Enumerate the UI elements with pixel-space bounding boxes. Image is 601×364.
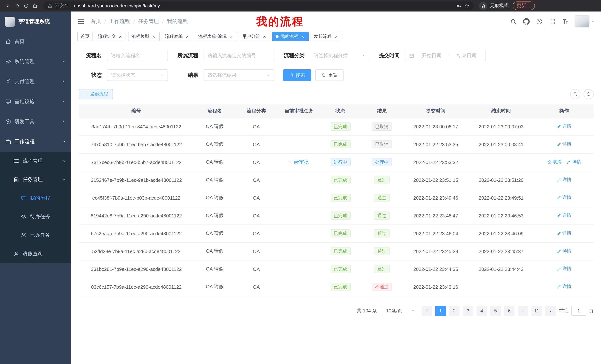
page-button[interactable]: 5 (490, 306, 501, 316)
sidebar-toggle-icon[interactable] (77, 18, 85, 25)
page-size-select[interactable]: 10条/页 (382, 306, 418, 316)
sidebar-item-payment[interactable]: 支付管理 (0, 72, 71, 92)
view-tab[interactable]: 流程模型 × (128, 32, 160, 41)
sidebar-item-system[interactable]: 系统管理 (0, 52, 71, 72)
page-button[interactable]: 2 (449, 306, 460, 316)
submit-time-range[interactable]: 开始日期 - 结束日期 (405, 50, 486, 61)
sidebar-item-todo-task[interactable]: 待办任务 (0, 207, 71, 226)
page-button[interactable]: 6 (504, 306, 514, 316)
detail-link[interactable]: 详情 (557, 230, 571, 237)
search-icon[interactable] (510, 18, 517, 25)
page-button[interactable]: 11 (531, 306, 542, 316)
view-tab[interactable]: 用户分组 × (239, 32, 270, 41)
sidebar-item-task-manage[interactable]: 任务管理 (0, 170, 71, 189)
font-size-icon[interactable] (562, 18, 569, 25)
close-icon[interactable]: × (118, 34, 123, 39)
close-icon[interactable]: × (300, 34, 305, 39)
detail-link[interactable]: 详情 (567, 159, 581, 165)
current-task-link[interactable]: 一级审批 (289, 159, 309, 165)
detail-link[interactable]: 详情 (557, 177, 571, 183)
prev-page-button[interactable] (421, 306, 432, 316)
forward-icon[interactable] (13, 1, 21, 10)
view-tab[interactable]: 我的流程 × (272, 32, 309, 41)
sidebar-item-leave-query[interactable]: 请假查询 (0, 245, 71, 263)
sidebar-item-done-task[interactable]: 已办任务 (0, 226, 71, 245)
close-icon[interactable]: × (334, 34, 339, 39)
browser-update-button[interactable]: 更新 (513, 1, 535, 10)
detail-link[interactable]: 详情 (557, 141, 571, 147)
bookmark-star-icon[interactable] (464, 3, 470, 8)
close-icon[interactable]: × (151, 34, 156, 39)
close-icon[interactable]: × (229, 34, 234, 39)
fullscreen-icon[interactable] (549, 18, 556, 25)
logo[interactable]: 芋道管理系统 (0, 11, 71, 31)
caret-down-icon (361, 53, 366, 58)
category-select[interactable]: 请选择流程分类 (310, 50, 369, 61)
cell-end-time: 2022-01-22 23:46:09 (468, 224, 534, 242)
detail-link[interactable]: 详情 (557, 248, 571, 254)
cell-process-name: OA 请假 (194, 207, 235, 224)
total-count: 共 104 条 (357, 307, 377, 314)
close-icon[interactable]: × (262, 34, 267, 39)
next-page-button[interactable] (545, 306, 556, 316)
sidebar-item-devtools[interactable]: 研发工具 (0, 112, 71, 132)
help-icon[interactable] (536, 18, 543, 25)
detail-link[interactable]: 详情 (557, 266, 571, 272)
caret-down-icon (266, 73, 271, 77)
detail-link[interactable]: 详情 (557, 195, 571, 201)
browser-menu-icon[interactable] (527, 3, 533, 8)
cell-end-time: 2022-01-22 23:45:37 (468, 242, 534, 260)
close-icon[interactable]: × (185, 34, 190, 39)
view-tab[interactable]: 流程表单 × (161, 32, 193, 41)
page-button[interactable]: 4 (477, 306, 487, 316)
breadcrumb-item[interactable]: 工作流程 (109, 18, 130, 25)
reset-button[interactable]: 重置 (315, 69, 344, 81)
view-tab[interactable]: 流程表单-编辑 × (195, 32, 237, 41)
cancel-link[interactable]: 取消 (547, 159, 561, 165)
sidebar-item-infrastructure[interactable]: 基础设施 (0, 92, 71, 112)
cell-process-name: OA 请假 (194, 118, 235, 135)
github-icon[interactable] (523, 18, 530, 25)
cell-result: 已取消 (360, 135, 404, 153)
status-select[interactable]: 请选择状态 (107, 69, 168, 81)
breadcrumb-item[interactable]: 任务管理 (138, 18, 159, 25)
result-select[interactable]: 请选择流结果 (204, 69, 274, 81)
search-icon (289, 73, 294, 77)
create-process-button[interactable]: 发起流程 (79, 89, 113, 99)
reload-icon[interactable] (21, 1, 30, 10)
filter-process-name: 流程名 (79, 50, 168, 61)
breadcrumb-item[interactable]: 首页 (91, 18, 101, 25)
sidebar-item-home[interactable]: 首页 (0, 31, 71, 52)
cell-current-task (277, 189, 321, 207)
cell-process-name: OA 请假 (194, 278, 235, 296)
user-menu[interactable] (575, 15, 595, 28)
view-tab[interactable]: 发起流程 × (311, 32, 342, 41)
page-button[interactable]: 1 (435, 306, 446, 316)
process-def-input[interactable] (204, 50, 274, 61)
sidebar-item-my-process[interactable]: 我的流程 (0, 189, 71, 207)
incognito-label: 无痕模式 (490, 3, 509, 9)
toolbar-right (570, 89, 594, 99)
key-icon[interactable] (457, 3, 462, 8)
browser-home-icon[interactable] (30, 1, 39, 10)
show-search-button[interactable] (570, 89, 580, 99)
page-button[interactable]: ··· (518, 306, 528, 316)
refresh-table-button[interactable] (583, 89, 594, 99)
detail-link[interactable]: 详情 (557, 284, 571, 290)
caret-down-icon (591, 19, 595, 24)
process-name-input[interactable] (107, 50, 168, 61)
view-tab[interactable]: 流程定义 × (95, 32, 126, 41)
detail-link[interactable]: 详情 (557, 123, 571, 130)
cell-end-time: 2022-01-22 23:49:51 (468, 189, 534, 207)
search-button[interactable]: 搜索 (283, 69, 311, 81)
filter-submit-time: 提交时间 开始日期 - 结束日期 (378, 50, 486, 61)
page-button[interactable]: 3 (463, 306, 473, 316)
page-jump-input[interactable] (571, 306, 586, 316)
view-tab[interactable]: 首页 × (77, 32, 93, 41)
back-icon[interactable] (4, 1, 13, 10)
sidebar-item-workflow[interactable]: 工作流程 (0, 132, 71, 152)
address-bar[interactable]: 不安全 dashboard.yudao.iocoder.cn/bpm/task/… (43, 1, 474, 10)
sidebar-item-process-manage[interactable]: 流程管理 (0, 152, 71, 170)
cell-id: 3ad174fb-7b9d-11ec-8404-acde48001122 (79, 118, 194, 135)
detail-link[interactable]: 详情 (557, 212, 571, 219)
